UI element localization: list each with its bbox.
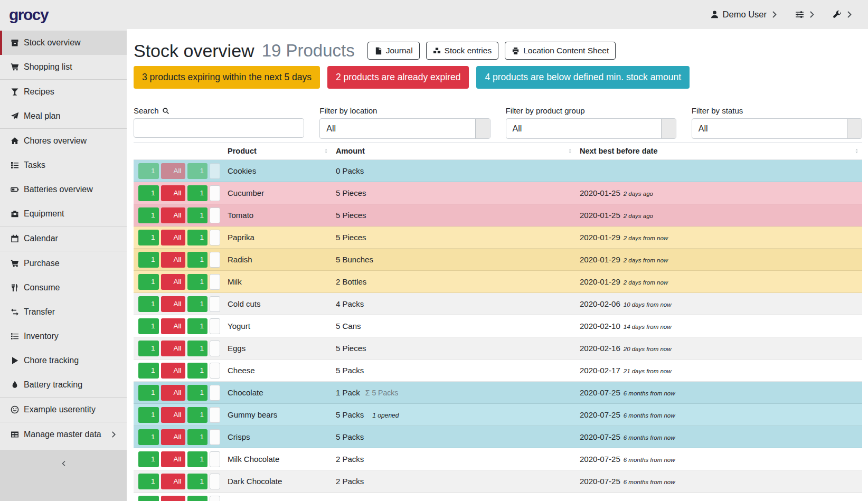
sidebar-item-inventory[interactable]: Inventory [0,324,127,348]
sidebar-item-recipes[interactable]: Recipes [0,80,127,104]
consume-all-button[interactable]: All [161,318,185,334]
row-menu-button[interactable] [210,363,220,379]
date-column-header[interactable]: Next best before date [575,143,862,159]
consume-all-button[interactable]: All [161,385,185,401]
sidebar-item-tasks[interactable]: Tasks [0,153,127,177]
consume-all-button[interactable]: All [161,230,185,245]
consume-all-button[interactable]: All [161,163,185,179]
filter-select[interactable]: All [319,118,490,139]
row-menu-button[interactable] [210,474,220,489]
sidebar-item-battery-tracking[interactable]: Battery tracking [0,373,127,397]
sidebar-item-example-userentity[interactable]: Example userentity [0,398,127,422]
open-one-button[interactable]: 1 [187,207,208,223]
sidebar-item-meal-plan[interactable]: Meal plan [0,104,127,128]
consume-one-button[interactable]: 1 [138,496,159,501]
consume-all-button[interactable]: All [161,274,185,290]
consume-one-button[interactable]: 1 [138,252,159,268]
consume-all-button[interactable]: All [161,474,185,489]
open-one-button[interactable]: 1 [187,163,208,179]
search-input[interactable] [134,118,304,138]
consume-all-button[interactable]: All [161,363,185,379]
row-menu-button[interactable] [210,318,220,334]
row-menu-button[interactable] [210,207,220,223]
open-one-button[interactable]: 1 [187,230,208,245]
journal-button[interactable]: Journal [367,42,420,60]
consume-all-button[interactable]: All [161,252,185,268]
status-banner[interactable]: 2 products are already expired [327,66,469,89]
consume-all-button[interactable]: All [161,185,185,201]
consume-all-button[interactable]: All [161,296,185,312]
consume-one-button[interactable]: 1 [138,451,159,467]
row-menu-button[interactable] [210,163,220,179]
amount-column-header[interactable]: Amount [332,143,575,159]
consume-one-button[interactable]: 1 [138,274,159,290]
row-menu-button[interactable] [210,429,220,445]
open-one-button[interactable]: 1 [187,185,208,201]
consume-one-button[interactable]: 1 [138,385,159,401]
sidebar-item-equipment[interactable]: Equipment [0,202,127,226]
sidebar-item-manage-master-data[interactable]: Manage master data [0,422,127,447]
consume-one-button[interactable]: 1 [138,185,159,201]
app-logo[interactable]: grocy [0,6,48,24]
consume-all-button[interactable]: All [161,341,185,356]
open-one-button[interactable]: 1 [187,496,208,501]
sidebar-item-purchase[interactable]: Purchase [0,251,127,276]
consume-all-button[interactable]: All [161,429,185,445]
consume-one-button[interactable]: 1 [138,429,159,445]
status-banner[interactable]: 3 products expiring within the next 5 da… [134,66,320,89]
status-banner[interactable]: 4 products are below defined min. stock … [476,66,690,89]
consume-one-button[interactable]: 1 [138,363,159,379]
filter-select[interactable]: All [692,118,862,139]
sidebar-item-consume[interactable]: Consume [0,276,127,300]
settings-menu[interactable] [795,10,817,19]
row-menu-button[interactable] [210,230,220,245]
admin-menu[interactable] [833,10,854,19]
consume-one-button[interactable]: 1 [138,318,159,334]
sidebar-item-stock-overview[interactable]: Stock overview [0,31,127,55]
open-one-button[interactable]: 1 [187,385,208,401]
row-menu-button[interactable] [210,341,220,356]
user-menu[interactable]: Demo User [710,10,779,20]
location-content-sheet-button[interactable]: Location Content Sheet [505,42,616,60]
row-menu-button[interactable] [210,407,220,423]
sidebar-item-calendar[interactable]: Calendar [0,226,127,251]
row-menu-button[interactable] [210,496,220,501]
open-one-button[interactable]: 1 [187,318,208,334]
row-menu-button[interactable] [210,185,220,201]
consume-all-button[interactable]: All [161,407,185,423]
utensils-icon [142,167,149,174]
open-one-button[interactable]: 1 [187,341,208,356]
sidebar-item-batteries-overview[interactable]: Batteries overview [0,177,127,202]
sidebar-collapse-button[interactable] [0,450,127,501]
consume-one-button[interactable]: 1 [138,207,159,223]
open-one-button[interactable]: 1 [187,474,208,489]
open-one-button[interactable]: 1 [187,296,208,312]
sidebar-item-transfer[interactable]: Transfer [0,300,127,324]
open-one-button[interactable]: 1 [187,407,208,423]
open-one-button[interactable]: 1 [187,252,208,268]
consume-all-button[interactable]: All [161,451,185,467]
stock-entries-button[interactable]: Stock entries [426,42,499,60]
row-menu-button[interactable] [210,274,220,290]
product-column-header[interactable]: Product [223,143,332,159]
consume-one-button[interactable]: 1 [138,474,159,489]
sidebar-item-chores-overview[interactable]: Chores overview [0,129,127,153]
consume-one-button[interactable]: 1 [138,407,159,423]
row-menu-button[interactable] [210,385,220,401]
row-menu-button[interactable] [210,296,220,312]
filter-select[interactable]: All [506,118,676,139]
consume-all-button[interactable]: All [161,496,185,501]
open-one-button[interactable]: 1 [187,429,208,445]
row-menu-button[interactable] [210,451,220,467]
consume-all-button[interactable]: All [161,207,185,223]
sidebar-item-shopping-list[interactable]: Shopping list [0,55,127,79]
sidebar-item-chore-tracking[interactable]: Chore tracking [0,348,127,373]
consume-one-button[interactable]: 1 [138,341,159,356]
open-one-button[interactable]: 1 [187,451,208,467]
consume-one-button[interactable]: 1 [138,230,159,245]
open-one-button[interactable]: 1 [187,274,208,290]
open-one-button[interactable]: 1 [187,363,208,379]
row-menu-button[interactable] [210,252,220,268]
consume-one-button[interactable]: 1 [138,163,159,179]
consume-one-button[interactable]: 1 [138,296,159,312]
